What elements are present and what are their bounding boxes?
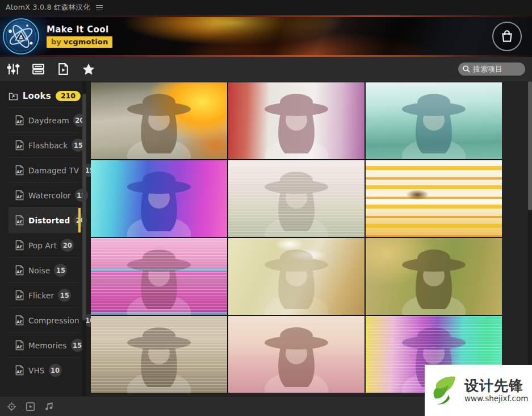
atomx-app-window: AtomX 3.0.8 红森林汉化 (0, 0, 532, 416)
music-note-icon[interactable] (43, 401, 55, 412)
sidebar-item-label: Pop Art (28, 241, 57, 250)
sidebar-item-count: 15 (58, 289, 71, 302)
scanline-overlay (91, 316, 227, 393)
hamburger-menu-icon[interactable] (96, 5, 103, 11)
thumbnail-distorted-07[interactable] (91, 238, 227, 315)
ae-file-icon: AE (15, 290, 24, 301)
banner-bottom-gradient (0, 55, 532, 57)
main-area: Looks 210 AE Daydream 20 AE Flashback (0, 81, 532, 396)
sidebar-item-memories[interactable]: AE Memories 15 (9, 332, 81, 357)
thumbnail-distorted-01[interactable] (91, 82, 227, 159)
app-title: AtomX 3.0.8 红森林汉化 (6, 3, 90, 13)
file-play-icon[interactable] (56, 61, 71, 77)
sidebar-item-label: Memories (28, 341, 67, 350)
svg-text:AE: AE (16, 369, 22, 375)
store-button[interactable] (492, 22, 522, 51)
search-input[interactable] (458, 63, 525, 76)
toolbar (0, 57, 532, 81)
preset-list-icon[interactable] (31, 61, 46, 77)
watermark-bird-logo (429, 372, 462, 409)
thumbnail-distorted-04[interactable] (91, 160, 227, 237)
watermark-url: www.shejixf.com (464, 394, 528, 402)
portrait-figure (228, 316, 365, 393)
portrait-figure (228, 82, 365, 159)
sidebar-item-label: Daydream (28, 116, 69, 125)
ae-file-icon: AE (15, 215, 24, 226)
sidebar-scrollbar[interactable] (82, 81, 86, 396)
watermark-badge: 设计先锋 www.shejixf.com (425, 365, 532, 416)
sidebar-header-label: Looks (23, 91, 51, 101)
sidebar-item-count: 10 (49, 364, 62, 377)
star-icon[interactable] (81, 61, 96, 77)
shopping-bag-icon (500, 29, 514, 44)
thumbnail-distorted-09[interactable] (366, 238, 502, 315)
title-bar: AtomX 3.0.8 红森林汉化 (0, 0, 532, 15)
sidebar-item-looks[interactable]: Looks 210 (9, 85, 81, 107)
sidebar-item-distorted[interactable]: AE Distorted 20 (9, 207, 81, 232)
thumbnail-distorted-06[interactable] (366, 160, 502, 237)
content-area (91, 81, 532, 396)
ae-file-icon: AE (15, 365, 24, 376)
watermark-title: 设计先锋 (464, 378, 528, 393)
selected-indicator (78, 208, 81, 232)
svg-text:AE: AE (16, 119, 22, 124)
search-box (458, 63, 525, 76)
sidebar-item-damaged-tv[interactable]: AE Damaged TV 15 (9, 157, 81, 182)
thumbnail-distorted-02[interactable] (228, 82, 365, 159)
sidebar-item-label: Damaged TV (28, 166, 79, 175)
sidebar-item-compression[interactable]: AE Compression 10 (9, 307, 81, 332)
grid-scrollbar-thumb[interactable] (528, 81, 532, 210)
thumbnail-distorted-11[interactable] (228, 316, 365, 393)
ae-file-icon: AE (15, 315, 24, 326)
byline-author: vcgmotion (64, 38, 108, 46)
byline-prefix: by (51, 38, 61, 46)
sidebar-scrollbar-thumb[interactable] (82, 94, 86, 321)
sidebar-item-count: 20 (61, 239, 74, 252)
portrait-figure (366, 82, 502, 159)
ae-file-icon: AE (15, 265, 24, 276)
portrait-figure (91, 160, 227, 237)
sidebar-list: Looks 210 AE Daydream 20 AE Flashback (9, 85, 81, 382)
header-banner: A Make It Cool by vcgmotion (0, 15, 532, 57)
sliders-icon[interactable] (6, 61, 21, 77)
thumbnail-distorted-05[interactable] (228, 160, 365, 237)
sidebar-item-vhs[interactable]: AE VHS 10 (9, 357, 81, 382)
portrait-figure (228, 238, 365, 315)
sidebar-item-noise[interactable]: AE Noise 15 (9, 257, 81, 282)
sidebar-item-label: Distorted (28, 216, 70, 225)
thumbnail-distorted-08[interactable] (228, 238, 365, 315)
sidebar-item-label: Flashback (28, 141, 68, 150)
ae-file-icon: AE (15, 340, 24, 351)
svg-text:A: A (19, 35, 23, 40)
sidebar-item-label: VHS (28, 366, 45, 375)
sidebar-item-label: Watercolor (28, 191, 71, 200)
atomx-logo-icon[interactable]: A (2, 18, 40, 55)
ae-file-icon: AE (15, 190, 24, 201)
sidebar: Looks 210 AE Daydream 20 AE Flashback (0, 81, 91, 396)
portrait-figure (91, 82, 227, 159)
video-clip-icon[interactable] (24, 401, 36, 412)
sidebar-item-flicker[interactable]: AE Flicker 15 (9, 282, 81, 307)
sidebar-item-label: Flicker (28, 291, 54, 300)
sidebar-item-daydream[interactable]: AE Daydream 20 (9, 107, 81, 132)
scanline-overlay (91, 238, 227, 315)
svg-text:AE: AE (16, 244, 22, 249)
folder-arrow-icon (9, 91, 18, 101)
sidebar-item-label: Noise (28, 266, 50, 275)
sidebar-item-flashback[interactable]: AE Flashback 15 (9, 132, 81, 157)
svg-text:AE: AE (16, 294, 22, 299)
grid-scrollbar[interactable] (528, 81, 532, 396)
svg-text:AE: AE (16, 169, 22, 174)
thumbnail-distorted-03[interactable] (366, 82, 502, 159)
sidebar-header-count-badge: 210 (56, 91, 81, 102)
pack-title: Make It Cool (47, 24, 112, 35)
thumbnail-distorted-10[interactable] (91, 316, 227, 393)
sidebar-item-watercolor[interactable]: AE Watercolor 15 (9, 182, 81, 207)
portrait-figure (366, 238, 502, 315)
svg-text:AE: AE (16, 194, 22, 199)
sidebar-item-label: Compression (28, 316, 79, 325)
author-badge: by vcgmotion (47, 36, 112, 48)
transform-gear-icon[interactable] (6, 401, 17, 412)
sidebar-item-count: 15 (54, 264, 67, 277)
sidebar-item-pop-art[interactable]: AE Pop Art 20 (9, 232, 81, 257)
